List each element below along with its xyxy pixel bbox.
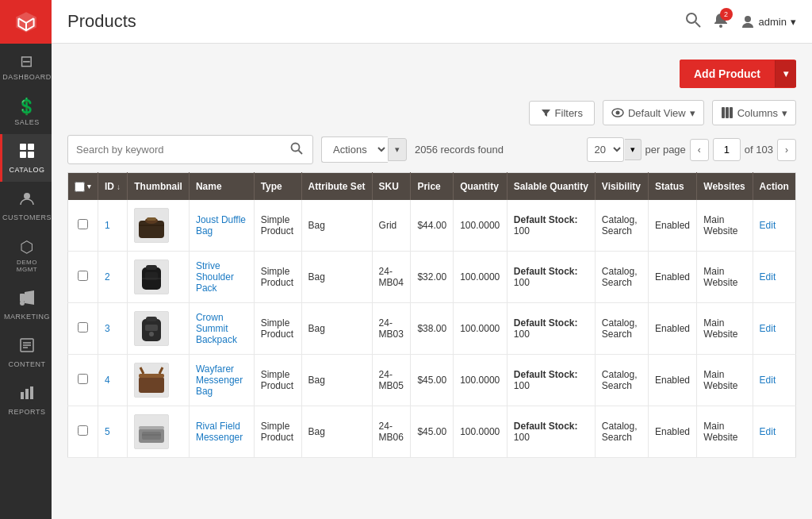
checkbox-dropdown-arrow[interactable]: ▾ <box>87 183 91 190</box>
filter-icon <box>541 108 551 118</box>
select-all-checkbox[interactable] <box>75 182 85 192</box>
svg-rect-3 <box>28 152 34 158</box>
col-header-thumbnail: Thumbnail <box>128 173 190 201</box>
actions-dropdown: Actions ▾ <box>321 136 407 163</box>
row-edit-link[interactable]: Edit <box>760 271 776 283</box>
row-name-link[interactable]: Strive Shoulder Pack <box>196 260 234 294</box>
filters-button[interactable]: Filters <box>529 101 595 125</box>
col-header-type[interactable]: Type <box>254 173 301 201</box>
row-checkbox-cell <box>68 406 98 458</box>
row-name-link[interactable]: Wayfarer Messenger Bag <box>196 363 243 397</box>
row-checkbox[interactable] <box>78 425 88 436</box>
row-status: Enabled <box>648 406 696 458</box>
row-sku: 24-MB03 <box>372 303 411 355</box>
row-attribute-set: Bag <box>301 355 372 406</box>
notification-bell[interactable]: 2 <box>713 12 729 32</box>
admin-user-menu[interactable]: admin ▾ <box>741 14 796 29</box>
per-page-select[interactable]: 20 <box>587 137 624 162</box>
per-page-arrow[interactable]: ▾ <box>625 139 642 160</box>
filters-label: Filters <box>555 107 583 119</box>
actions-arrow[interactable]: ▾ <box>388 138 407 161</box>
catalog-icon <box>18 142 36 163</box>
svg-rect-14 <box>30 386 33 399</box>
records-count: 2056 records found <box>415 144 504 156</box>
svg-point-20 <box>615 111 619 115</box>
columns-button[interactable]: Columns ▾ <box>712 100 796 125</box>
row-checkbox[interactable] <box>78 322 88 333</box>
default-view-button[interactable]: Default View ▾ <box>603 100 704 125</box>
columns-icon <box>721 106 733 119</box>
row-edit-link[interactable]: Edit <box>760 323 776 334</box>
products-table: ▾ ID ↓ Thumbnail Name <box>67 172 796 458</box>
sidebar-item-dashboard[interactable]: ⊟ DASHBOARD <box>0 44 52 89</box>
notification-badge: 2 <box>720 8 733 21</box>
sidebar-item-reports-label: REPORTS <box>9 408 46 416</box>
row-edit-link[interactable]: Edit <box>760 426 776 437</box>
sidebar-item-demo-management[interactable]: ⬡ DEMO MGMT <box>0 229 52 281</box>
row-status: Enabled <box>648 303 696 355</box>
row-type: Simple Product <box>254 252 301 303</box>
svg-point-37 <box>149 332 154 336</box>
next-page-button[interactable]: › <box>777 139 796 161</box>
col-header-sku[interactable]: SKU <box>372 173 411 201</box>
add-product-button[interactable]: Add Product ▾ <box>680 60 796 88</box>
action-bar-top: Add Product ▾ <box>67 60 796 88</box>
marketing-icon <box>18 289 36 310</box>
prev-page-button[interactable]: ‹ <box>690 139 709 161</box>
add-product-dropdown-arrow[interactable]: ▾ <box>775 60 796 87</box>
col-header-quantity[interactable]: Quantity <box>454 173 508 201</box>
row-salable-quantity: Default Stock: 100 <box>507 252 595 303</box>
table-row: 4 Wayfarer Messenger Bag Simple Product … <box>68 355 796 406</box>
row-edit-link[interactable]: Edit <box>760 375 776 386</box>
row-checkbox[interactable] <box>78 219 88 229</box>
row-name-link[interactable]: Crown Summit Backpack <box>196 312 237 345</box>
svg-rect-12 <box>21 392 24 399</box>
col-header-attribute-set[interactable]: Attribute Set <box>301 173 372 201</box>
col-header-price[interactable]: Price <box>411 173 454 201</box>
row-id-link[interactable]: 5 <box>105 426 110 437</box>
row-attribute-set: Bag <box>301 252 372 303</box>
row-status: Enabled <box>648 252 696 303</box>
sidebar-item-reports[interactable]: REPORTS <box>0 376 52 424</box>
sidebar-item-sales[interactable]: 💲 SALES <box>0 89 52 134</box>
col-header-visibility[interactable]: Visibility <box>595 173 648 201</box>
row-websites: Main Website <box>697 355 753 406</box>
col-header-salable-quantity[interactable]: Salable Quantity <box>507 173 595 201</box>
col-header-websites[interactable]: Websites <box>697 173 753 201</box>
search-icon[interactable] <box>685 12 701 32</box>
sidebar-item-content[interactable]: CONTENT <box>0 329 52 376</box>
sidebar-item-catalog[interactable]: CATALOG <box>0 134 52 182</box>
col-header-id[interactable]: ID ↓ <box>98 173 128 201</box>
row-quantity: 100.0000 <box>454 303 508 355</box>
sidebar-item-dashboard-label: DASHBOARD <box>2 73 52 81</box>
row-checkbox[interactable] <box>78 374 88 384</box>
row-id-link[interactable]: 4 <box>105 375 110 386</box>
row-action: Edit <box>753 200 795 252</box>
svg-rect-36 <box>145 325 158 331</box>
page-of-label: of 103 <box>745 144 773 156</box>
row-name-link[interactable]: Joust Duffle Bag <box>196 214 246 236</box>
search-submit-button[interactable] <box>282 136 311 163</box>
search-input[interactable] <box>68 137 282 162</box>
svg-point-7 <box>20 301 25 306</box>
row-id-link[interactable]: 2 <box>105 271 110 283</box>
row-id-link[interactable]: 3 <box>105 323 110 334</box>
col-header-status[interactable]: Status <box>648 173 696 201</box>
row-edit-link[interactable]: Edit <box>760 220 776 231</box>
add-product-label: Add Product <box>680 60 775 88</box>
row-id-link[interactable]: 1 <box>105 220 110 231</box>
page-number-input[interactable] <box>713 138 741 161</box>
actions-select[interactable]: Actions <box>321 136 388 163</box>
row-salable-quantity: Default Stock: 100 <box>507 406 595 458</box>
row-id: 5 <box>98 406 128 458</box>
row-checkbox[interactable] <box>78 271 88 281</box>
sidebar-item-customers[interactable]: CUSTOMERS <box>0 182 52 229</box>
row-name-link[interactable]: Rival Field Messenger <box>196 421 243 443</box>
sidebar-item-marketing[interactable]: MARKETING <box>0 281 52 329</box>
row-name: Joust Duffle Bag <box>189 200 254 252</box>
col-header-name[interactable]: Name <box>189 173 254 201</box>
app-logo[interactable] <box>0 0 52 44</box>
svg-line-40 <box>140 367 144 374</box>
svg-point-15 <box>687 13 696 23</box>
product-thumbnail-image <box>134 414 169 449</box>
